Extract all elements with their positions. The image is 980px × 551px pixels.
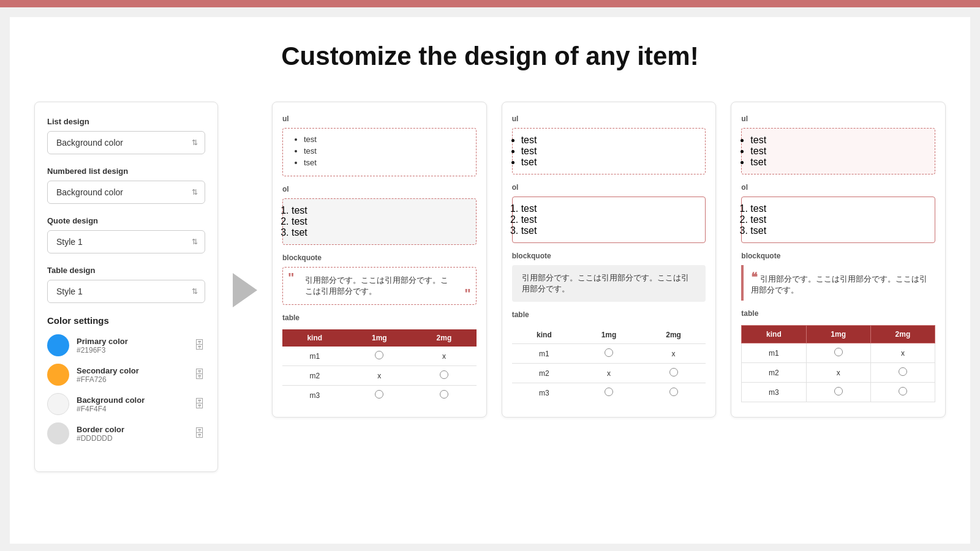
- p3-th-kind: kind: [742, 326, 806, 343]
- border-color-info: Border color #DDDDDD: [77, 425, 194, 443]
- p1-bq-box: " 引用部分です。ここは引用部分です。ここは引用部分です。 ": [282, 267, 477, 305]
- p2-table: kind 1mg 2mg m1 x: [512, 326, 706, 402]
- table-select-wrapper: Style 1 Style 2 Style 3: [47, 280, 205, 303]
- table-cell: x: [870, 343, 935, 363]
- primary-color-swatch[interactable]: [47, 334, 69, 356]
- table-design-label: Table design: [47, 266, 205, 275]
- numbered-list-select-wrapper: Background color Border None: [47, 181, 205, 204]
- p2-ol-item: tset: [521, 225, 697, 236]
- border-color-swatch[interactable]: [47, 422, 69, 444]
- table-cell: m1: [282, 347, 347, 366]
- top-bar: [0, 0, 980, 7]
- table-row: m3: [282, 386, 477, 405]
- table-cell: [412, 366, 477, 386]
- table-cell: [347, 347, 412, 366]
- preview-panel-3: ul test test tset ol test test tset: [731, 102, 946, 418]
- p1-bq-text: 引用部分です。ここは引用部分です。ここは引用部分です。: [293, 275, 466, 297]
- p3-table-label: table: [741, 309, 935, 318]
- table-row: m2 x: [512, 364, 706, 383]
- circle-icon: [669, 368, 678, 377]
- list-design-select[interactable]: Background color Border None: [47, 131, 205, 154]
- p2-bq-box: 引用部分です。ここは引用部分です。ここは引用部分です。: [512, 265, 706, 302]
- table-cell: [806, 383, 870, 402]
- table-cell: [576, 344, 641, 364]
- table-cell: [347, 386, 412, 405]
- p1-ul-item: tset: [304, 158, 467, 167]
- list-design-label: List design: [47, 117, 205, 126]
- table-cell: m3: [512, 383, 577, 403]
- list-design-select-wrapper: Background color Border None: [47, 131, 205, 154]
- color-settings-title: Color settings: [47, 315, 205, 326]
- table-cell: [576, 383, 641, 403]
- page-title: Customize the design of any item!: [34, 42, 946, 71]
- p3-th-2mg: 2mg: [870, 326, 935, 343]
- p1-ul-box: test test tset: [282, 128, 477, 176]
- p1-ol-box: test test tset: [282, 198, 477, 245]
- background-color-hex: #F4F4F4: [77, 405, 194, 413]
- background-color-name: Background color: [77, 395, 194, 405]
- table-row: m1 x: [282, 347, 477, 366]
- circle-icon: [669, 388, 678, 396]
- border-color-icon[interactable]: 🗄: [194, 427, 205, 440]
- primary-color-hex: #2196F3: [77, 346, 194, 354]
- table-cell: [806, 343, 870, 363]
- p1-table: kind 1mg 2mg m1 x: [282, 329, 477, 405]
- p2-ul-item: tset: [521, 157, 697, 168]
- background-color-info: Background color #F4F4F4: [77, 395, 194, 413]
- circle-icon: [899, 367, 907, 376]
- p1-table-label: table: [282, 313, 477, 322]
- p3-ol-item: test: [750, 214, 926, 225]
- border-color-hex: #DDDDDD: [77, 434, 194, 443]
- p2-th-1mg: 1mg: [576, 326, 641, 344]
- quote-design-select[interactable]: Style 1 Style 2 Style 3: [47, 230, 205, 253]
- preview-panel-2: ul test test tset ol test test tset: [502, 102, 717, 418]
- table-row: m3: [512, 383, 706, 403]
- close-quote-icon: ": [464, 287, 470, 301]
- table-design-select[interactable]: Style 1 Style 2 Style 3: [47, 280, 205, 303]
- table-cell: x: [347, 366, 412, 386]
- table-cell: m1: [742, 343, 806, 363]
- primary-color-icon[interactable]: 🗄: [194, 339, 205, 352]
- numbered-list-select[interactable]: Background color Border None: [47, 181, 205, 204]
- secondary-color-row: Secondary color #FFA726 🗄: [47, 364, 205, 386]
- secondary-color-swatch[interactable]: [47, 364, 69, 386]
- p2-ol-box: test test tset: [512, 197, 706, 243]
- table-cell: [870, 383, 935, 402]
- table-cell: x: [576, 364, 641, 383]
- circle-icon: [834, 348, 843, 356]
- p1-ul-label: ul: [282, 114, 477, 123]
- p3-ul-box: test test tset: [741, 128, 935, 174]
- circle-icon: [899, 387, 907, 395]
- p3-bq-label: blockquote: [741, 252, 935, 260]
- left-panel: List design Background color Border None…: [34, 102, 218, 472]
- background-color-icon[interactable]: 🗄: [194, 398, 205, 411]
- x-icon: x: [377, 372, 381, 380]
- secondary-color-hex: #FFA726: [77, 375, 194, 384]
- p3-ul-item: tset: [750, 157, 926, 168]
- table-row: m1 x: [742, 343, 935, 363]
- table-cell: m1: [512, 344, 577, 364]
- p1-ol-item: tset: [292, 227, 467, 238]
- table-cell: [641, 383, 706, 403]
- x-icon: x: [672, 350, 676, 358]
- primary-color-info: Primary color #2196F3: [77, 337, 194, 354]
- quote-design-section: Quote design Style 1 Style 2 Style 3: [47, 216, 205, 253]
- p3-ol-box: test test tset: [741, 197, 935, 243]
- circle-icon: [440, 390, 448, 399]
- p3-ul-item: test: [750, 146, 926, 157]
- table-cell: m3: [742, 383, 806, 402]
- table-cell: x: [806, 363, 870, 383]
- secondary-color-icon[interactable]: 🗄: [194, 369, 205, 381]
- table-cell: x: [641, 344, 706, 364]
- p3-bq-box: ❝引用部分です。ここは引用部分です。ここは引用部分です。: [741, 265, 935, 301]
- background-color-swatch[interactable]: [47, 393, 69, 415]
- table-cell: [412, 386, 477, 405]
- quote-select-wrapper: Style 1 Style 2 Style 3: [47, 230, 205, 253]
- x-icon: x: [607, 369, 611, 378]
- p2-ul-item: test: [521, 146, 697, 157]
- p2-table-label: table: [512, 310, 706, 319]
- p2-ol-label: ol: [512, 183, 706, 192]
- numbered-list-label: Numbered list design: [47, 167, 205, 176]
- p3-table: kind 1mg 2mg m1 x: [741, 325, 935, 402]
- preview-panels: ul test test tset ol test test tset: [272, 102, 946, 418]
